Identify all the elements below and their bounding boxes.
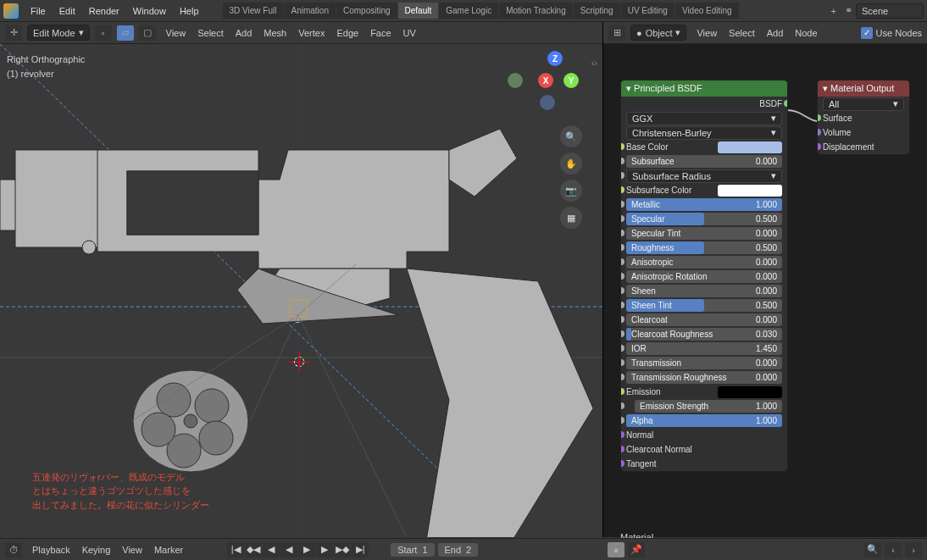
3d-viewport[interactable]: Right Orthographic (1) revolver Z X Y ‹›… xyxy=(0,44,602,537)
output-socket-volume[interactable]: Volume xyxy=(818,125,909,140)
node-input-clearcoat-normal[interactable]: Clearcoat Normal xyxy=(621,442,787,457)
frame-prev-icon[interactable]: ◀ xyxy=(263,542,280,557)
chevron-right-icon[interactable]: › xyxy=(905,542,922,557)
workspace-tab[interactable]: Game Logic xyxy=(439,3,498,19)
z-axis-icon[interactable]: Z xyxy=(547,51,563,66)
mode-dropdown[interactable]: Edit Mode▾ xyxy=(27,25,90,41)
neg-axis-icon[interactable] xyxy=(540,95,555,110)
workspace-tab[interactable]: Scripting xyxy=(574,3,620,19)
frame-next-icon[interactable]: ▶ xyxy=(316,542,333,557)
output-socket-displacement[interactable]: Displacement xyxy=(818,140,909,154)
node-input-subsurface-radius[interactable]: Subsurface Radius▾ xyxy=(621,169,787,183)
principled-bsdf-node[interactable]: ▾ Principled BSDF BSDF GGX▾ Christensen-… xyxy=(620,80,788,472)
node-menu-add[interactable]: Add xyxy=(762,25,789,41)
node-input-clearcoat-roughness[interactable]: Clearcoat Roughness0.030 xyxy=(621,327,787,341)
scene-name-input[interactable] xyxy=(856,3,924,19)
node-input-ior[interactable]: IOR1.450 xyxy=(621,341,787,356)
node-input-metallic[interactable]: Metallic1.000 xyxy=(621,197,787,212)
timeline-menu-view[interactable]: View xyxy=(117,542,147,557)
node-input-emission-strength[interactable]: Emission Strength1.000 xyxy=(621,399,787,413)
select-mode-edge-icon[interactable]: ▱ xyxy=(117,25,134,41)
header-menu-edge[interactable]: Edge xyxy=(331,25,364,41)
header-menu-view[interactable]: View xyxy=(161,25,192,41)
chevron-left-icon[interactable]: ‹ xyxy=(885,542,902,557)
perspective-icon[interactable]: ▦ xyxy=(560,207,582,229)
bsdf-output-socket[interactable]: BSDF xyxy=(626,99,782,108)
timeline-menu-playback[interactable]: Playback xyxy=(27,542,75,557)
node-editor-icon[interactable]: ⊞ xyxy=(608,25,625,41)
node-input-base-color[interactable]: Base Color xyxy=(621,140,787,154)
header-menu-select[interactable]: Select xyxy=(192,25,229,41)
node-menu-node[interactable]: Node xyxy=(790,25,822,41)
collapse-icon[interactable]: ‹› xyxy=(591,58,597,68)
scene-icon[interactable]: ⚭ xyxy=(845,5,852,16)
material-slot-icon[interactable]: ● xyxy=(608,542,624,557)
node-input-normal[interactable]: Normal xyxy=(621,428,787,442)
node-input-roughness[interactable]: Roughness0.500 xyxy=(621,241,787,255)
navigation-gizmo[interactable]: Z X Y xyxy=(531,54,579,102)
node-input-emission[interactable]: Emission xyxy=(621,385,787,399)
node-input-subsurface-color[interactable]: Subsurface Color xyxy=(621,183,787,197)
use-nodes-checkbox[interactable]: ✓ xyxy=(861,27,873,39)
keyframe-next-icon[interactable]: ▶◆ xyxy=(334,542,351,557)
output-socket-surface[interactable]: Surface xyxy=(818,111,909,125)
node-input-tangent[interactable]: Tangent xyxy=(621,457,787,471)
node-input-sheen[interactable]: Sheen0.000 xyxy=(621,284,787,298)
header-menu-add[interactable]: Add xyxy=(230,25,258,41)
neg-axis-icon[interactable] xyxy=(508,73,523,88)
jump-start-icon[interactable]: |◀ xyxy=(227,542,244,557)
node-title[interactable]: ▾ Material Output xyxy=(818,80,909,97)
distribution-select[interactable]: GGX▾ xyxy=(626,112,782,125)
node-input-subsurface[interactable]: Subsurface0.000 xyxy=(621,154,787,169)
node-input-anisotropic[interactable]: Anisotropic0.000 xyxy=(621,255,787,269)
workspace-tab[interactable]: Default xyxy=(398,3,439,19)
timeline-menu-keying[interactable]: Keying xyxy=(77,542,116,557)
zoom-icon[interactable]: 🔍 xyxy=(560,125,582,147)
select-mode-vertex-icon[interactable]: ▫ xyxy=(95,25,112,41)
pin-icon[interactable]: 📌 xyxy=(628,542,645,557)
output-target-select[interactable]: All▾ xyxy=(823,97,904,111)
workspace-tab[interactable]: Video Editing xyxy=(675,3,739,19)
search-icon[interactable]: 🔍 xyxy=(864,542,881,557)
header-menu-face[interactable]: Face xyxy=(365,25,396,41)
node-menu-view[interactable]: View xyxy=(691,25,722,41)
node-menu-select[interactable]: Select xyxy=(724,25,760,41)
play-reverse-icon[interactable]: ◀ xyxy=(280,542,297,557)
menu-edit[interactable]: Edit xyxy=(53,3,82,19)
start-frame-input[interactable]: Start1 xyxy=(391,543,434,557)
node-input-specular[interactable]: Specular0.500 xyxy=(621,212,787,226)
timeline-editor-icon[interactable]: ⏱ xyxy=(5,542,22,557)
workspace-tab[interactable]: Compositing xyxy=(336,3,397,19)
jump-end-icon[interactable]: ▶| xyxy=(352,542,369,557)
workspace-tab[interactable]: UV Editing xyxy=(621,3,674,19)
end-frame-input[interactable]: End2 xyxy=(438,543,479,557)
y-axis-icon[interactable]: Y xyxy=(563,73,579,88)
header-menu-vertex[interactable]: Vertex xyxy=(293,25,330,41)
timeline-menu-marker[interactable]: Marker xyxy=(149,542,188,557)
subsurface-method-select[interactable]: Christensen-Burley▾ xyxy=(626,126,782,140)
node-input-sheen-tint[interactable]: Sheen Tint0.500 xyxy=(621,298,787,313)
node-type-dropdown[interactable]: ●Object▾ xyxy=(630,25,686,41)
node-input-transmission[interactable]: Transmission0.000 xyxy=(621,356,787,370)
header-menu-mesh[interactable]: Mesh xyxy=(258,25,291,41)
node-input-specular-tint[interactable]: Specular Tint0.000 xyxy=(621,226,787,241)
x-axis-icon[interactable]: X xyxy=(538,73,553,88)
node-input-anisotropic-rotation[interactable]: Anisotropic Rotation0.000 xyxy=(621,269,787,284)
workspace-tab[interactable]: 3D View Full xyxy=(223,3,284,19)
plus-icon[interactable]: + xyxy=(826,6,841,16)
keyframe-prev-icon[interactable]: ◆◀ xyxy=(245,542,262,557)
node-title[interactable]: ▾ Principled BSDF xyxy=(621,80,787,97)
play-icon[interactable]: ▶ xyxy=(298,542,315,557)
node-input-alpha[interactable]: Alpha1.000 xyxy=(621,413,787,428)
node-editor[interactable]: ▾ Principled BSDF BSDF GGX▾ Christensen-… xyxy=(602,44,927,537)
header-menu-uv[interactable]: UV xyxy=(398,25,421,41)
workspace-tab[interactable]: Animation xyxy=(284,3,335,19)
node-input-transmission-roughness[interactable]: Transmission Roughness0.000 xyxy=(621,370,787,385)
menu-file[interactable]: File xyxy=(24,3,53,19)
menu-help[interactable]: Help xyxy=(173,3,206,19)
camera-icon[interactable]: 📷 xyxy=(560,180,582,202)
node-input-clearcoat[interactable]: Clearcoat0.000 xyxy=(621,313,787,327)
cursor-tool-icon[interactable]: ✛ xyxy=(5,25,22,41)
material-output-node[interactable]: ▾ Material Output All▾ SurfaceVolumeDisp… xyxy=(817,80,910,155)
pan-icon[interactable]: ✋ xyxy=(560,152,582,175)
